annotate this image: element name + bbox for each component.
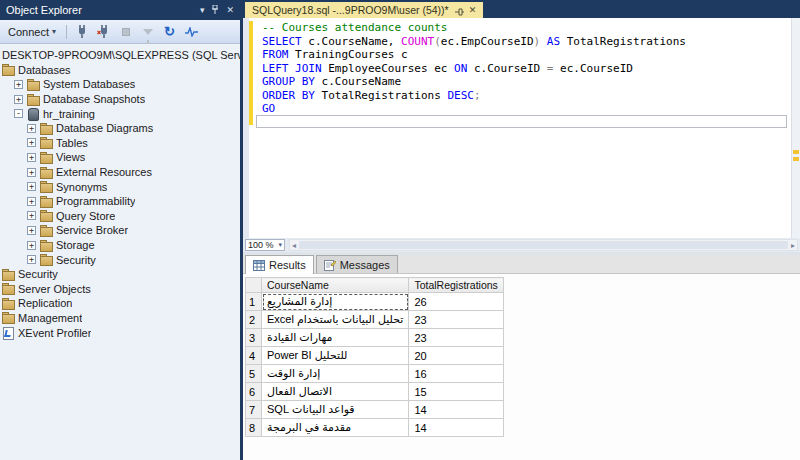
editor-vscrollbar[interactable] <box>791 18 800 238</box>
row-number-cell[interactable]: 8 <box>246 419 262 437</box>
totalregistrations-cell[interactable]: 15 <box>409 383 503 401</box>
folder-icon <box>2 298 14 309</box>
corner-cell[interactable] <box>246 278 262 293</box>
column-header-coursename[interactable]: CourseName <box>262 278 409 293</box>
coursename-cell[interactable]: إدارة الوقت <box>262 365 409 383</box>
object-explorer-toolbar: Connect ▾ ↻ <box>0 20 240 44</box>
table-row: 2تحليل البيانات باستخدام Excel23 <box>246 311 504 329</box>
tree-item-programmability[interactable]: +Programmability <box>0 194 240 209</box>
totalregistrations-cell[interactable]: 23 <box>409 329 503 347</box>
coursename-cell[interactable]: إدارة المشاريع <box>262 293 409 311</box>
totalregistrations-cell[interactable]: 14 <box>409 419 503 437</box>
tree-item-storage[interactable]: +Storage <box>0 238 240 253</box>
expand-icon[interactable]: + <box>27 124 36 133</box>
tab-results[interactable]: Results <box>245 255 314 274</box>
tree-item-server-objects[interactable]: Server Objects <box>0 282 240 297</box>
expand-icon[interactable]: + <box>27 197 36 206</box>
folder-icon <box>40 254 52 265</box>
tree-item-security[interactable]: +Security <box>0 252 240 267</box>
expand-icon[interactable]: + <box>27 168 36 177</box>
tree-item-replication[interactable]: Replication <box>0 296 240 311</box>
totalregistrations-cell[interactable]: 20 <box>409 347 503 365</box>
refresh-icon[interactable]: ↻ <box>162 24 177 39</box>
collapse-icon[interactable]: - <box>14 109 23 118</box>
tree-item-management[interactable]: Management <box>0 311 240 326</box>
disconnect-plug-icon[interactable] <box>96 24 111 39</box>
toolbar-separator <box>66 25 67 39</box>
tab-pin-icon[interactable] <box>455 6 463 14</box>
tree-item-database-snapshots[interactable]: +Database Snapshots <box>0 92 240 107</box>
pin-icon[interactable] <box>211 5 219 16</box>
scroll-left-icon[interactable]: ◂ <box>292 241 296 250</box>
editor-hscrollbar[interactable]: ◂ ▸ <box>289 239 798 251</box>
connect-plug-icon[interactable] <box>74 24 89 39</box>
totalregistrations-cell[interactable]: 23 <box>409 311 503 329</box>
coursename-cell[interactable]: الاتصال الفعال <box>262 383 409 401</box>
filter-icon[interactable] <box>140 24 155 39</box>
code-line: LEFT JOIN EmployeeCourses ec ON c.Course… <box>262 62 686 76</box>
tree-item-security[interactable]: Security <box>0 267 240 282</box>
messages-icon <box>324 259 336 271</box>
sql-editor[interactable]: -- Courses attendance countsSELECT c.Cou… <box>243 18 800 238</box>
folder-icon <box>40 181 52 192</box>
folder-icon <box>40 123 52 134</box>
tree-item-external-resources[interactable]: +External Resources <box>0 165 240 180</box>
folder-icon <box>40 152 52 163</box>
tree-item-database-diagrams[interactable]: +Database Diagrams <box>0 121 240 136</box>
activity-monitor-icon[interactable] <box>184 24 199 39</box>
tree-item-service-broker[interactable]: +Service Broker <box>0 223 240 238</box>
xevent-icon <box>2 327 14 338</box>
coursename-cell[interactable]: قواعد البيانات SQL <box>262 401 409 419</box>
tree-item-system-databases[interactable]: +System Databases <box>0 77 240 92</box>
window-position-icon[interactable]: ▾ <box>200 6 205 15</box>
results-pane: Results Messages CourseName TotalRegistr… <box>243 255 800 460</box>
row-number-cell[interactable]: 1 <box>246 293 262 311</box>
connect-button[interactable]: Connect ▾ <box>5 25 59 39</box>
row-number-cell[interactable]: 4 <box>246 347 262 365</box>
tree-item-views[interactable]: +Views <box>0 150 240 165</box>
totalregistrations-cell[interactable]: 14 <box>409 401 503 419</box>
coursename-cell[interactable]: تحليل البيانات باستخدام Excel <box>262 311 409 329</box>
expand-icon[interactable]: + <box>27 153 36 162</box>
code-line: -- Courses attendance counts <box>262 21 686 35</box>
tab-close-icon[interactable]: ✕ <box>469 5 477 15</box>
totalregistrations-cell[interactable]: 26 <box>409 293 503 311</box>
tree-item-synonyms[interactable]: +Synonyms <box>0 179 240 194</box>
query-tab[interactable]: SQLQuery18.sql -...9PROO9M\user (54))* ✕ <box>245 2 483 18</box>
table-row: 1إدارة المشاريع26 <box>246 293 504 311</box>
expand-icon[interactable]: + <box>27 241 36 250</box>
object-explorer-titlebar: Object Explorer ▾ ✕ <box>0 0 240 20</box>
tree-item-xevent-profiler[interactable]: XEvent Profiler <box>0 325 240 340</box>
coursename-cell[interactable]: مقدمة في البرمجة <box>262 419 409 437</box>
tree-item-query-store[interactable]: +Query Store <box>0 209 240 224</box>
row-number-cell[interactable]: 6 <box>246 383 262 401</box>
code-line: ORDER BY TotalRegistrations DESC; <box>262 89 686 103</box>
scroll-right-icon[interactable]: ▸ <box>791 241 795 250</box>
expand-icon[interactable]: + <box>27 182 36 191</box>
expand-icon[interactable]: + <box>14 95 23 104</box>
expand-icon[interactable]: + <box>14 80 23 89</box>
close-icon[interactable]: ✕ <box>226 6 234 15</box>
row-number-cell[interactable]: 5 <box>246 365 262 383</box>
expand-icon[interactable]: + <box>27 226 36 235</box>
row-number-cell[interactable]: 7 <box>246 401 262 419</box>
stop-icon[interactable] <box>118 24 133 39</box>
tree-item-desktop-9proo9m-sqlexpress-sql-server-16-0-1000-desktop-9pro[interactable]: DESKTOP-9PROO9M\SQLEXPRESS (SQL Server 1… <box>0 48 240 63</box>
object-tree: DESKTOP-9PROO9M\SQLEXPRESS (SQL Server 1… <box>0 44 240 340</box>
tab-messages[interactable]: Messages <box>316 255 398 273</box>
zoom-select[interactable]: 100 % ▾ <box>245 239 285 251</box>
tree-item-databases[interactable]: Databases <box>0 63 240 78</box>
tree-item-hr-training[interactable]: -hr_training <box>0 106 240 121</box>
coursename-cell[interactable]: Power BI للتحليل <box>262 347 409 365</box>
zoom-chevron-icon: ▾ <box>278 241 282 249</box>
expand-icon[interactable]: + <box>27 255 36 264</box>
row-number-cell[interactable]: 2 <box>246 311 262 329</box>
column-header-totalregistrations[interactable]: TotalRegistrations <box>409 278 503 293</box>
totalregistrations-cell[interactable]: 16 <box>409 365 503 383</box>
coursename-cell[interactable]: مهارات القيادة <box>262 329 409 347</box>
expand-icon[interactable]: + <box>27 211 36 220</box>
hscroll-thumb[interactable] <box>299 241 788 249</box>
tree-item-tables[interactable]: +Tables <box>0 136 240 151</box>
row-number-cell[interactable]: 3 <box>246 329 262 347</box>
expand-icon[interactable]: + <box>27 138 36 147</box>
